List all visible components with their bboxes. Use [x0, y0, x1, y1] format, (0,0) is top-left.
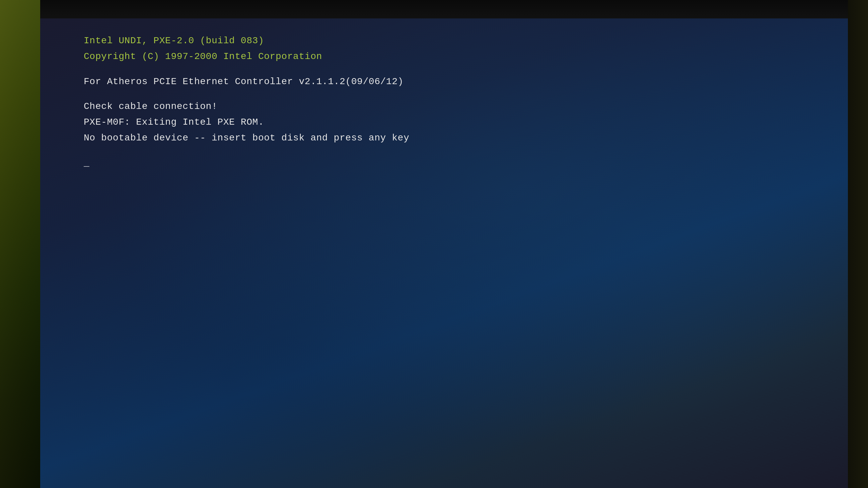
terminal-line-2: Copyright (C) 1997-2000 Intel Corporatio… — [84, 49, 814, 64]
terminal-blank-1 — [84, 65, 814, 75]
left-edge-decoration — [0, 0, 40, 488]
plant-decoration — [0, 0, 40, 488]
terminal-output: Intel UNDI, PXE-2.0 (build 083) Copyrigh… — [84, 33, 814, 171]
right-edge-decoration — [848, 0, 868, 488]
monitor-top-bar — [40, 0, 848, 19]
terminal-line-4: For Atheros PCIE Ethernet Controller v2.… — [84, 75, 814, 89]
terminal-line-1: Intel UNDI, PXE-2.0 (build 083) — [84, 33, 814, 49]
terminal-blank-3 — [84, 146, 814, 156]
terminal-cursor: _ — [84, 156, 89, 171]
terminal-line-7: PXE-M0F: Exiting Intel PXE ROM. — [84, 115, 814, 130]
monitor-screen: Intel UNDI, PXE-2.0 (build 083) Copyrigh… — [40, 0, 848, 488]
terminal-line-8: No bootable device -- insert boot disk a… — [84, 131, 814, 146]
terminal-line-6: Check cable connection! — [84, 99, 814, 114]
terminal-blank-2 — [84, 90, 814, 99]
